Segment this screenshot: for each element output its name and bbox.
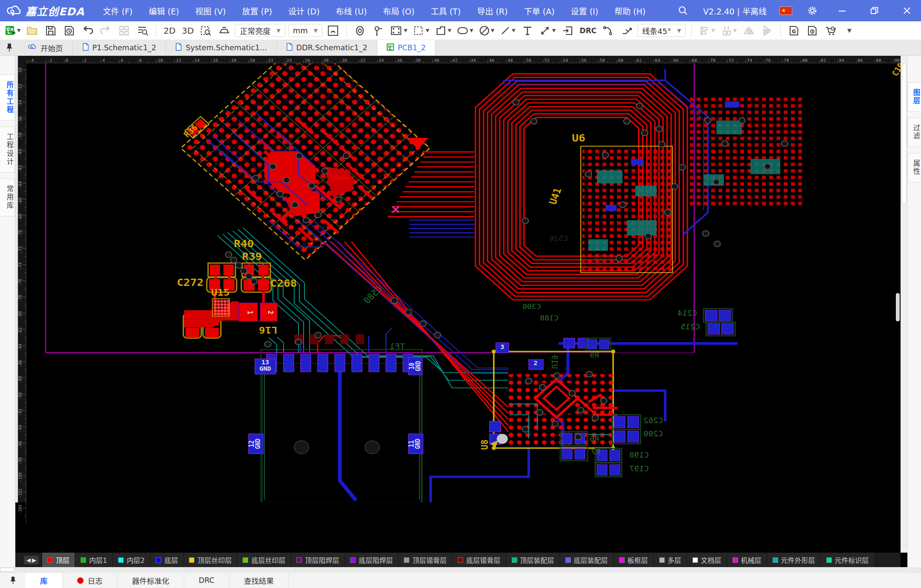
keepout-tool[interactable]: ▼ (478, 23, 495, 38)
left-tab-工程设计[interactable]: 工程设计 (0, 127, 15, 173)
select-rect-tool[interactable]: ▼ (411, 23, 430, 38)
bom-export-button[interactable] (805, 23, 820, 38)
search-icon[interactable] (676, 3, 690, 18)
layer-tab-顶层阻焊层[interactable]: 顶层阻焊层 (291, 553, 344, 567)
menu-1[interactable]: 编辑 (E) (142, 2, 186, 20)
route-tool[interactable] (601, 23, 616, 38)
settings-gear-icon[interactable] (805, 3, 820, 18)
doc-tab-开始页[interactable]: 开始页 (19, 40, 73, 55)
measure-preview-button[interactable] (325, 23, 341, 38)
bottom-tab-DRC[interactable]: DRC (184, 573, 229, 588)
horizontal-scrollbar[interactable] (0, 567, 921, 572)
layer-tab-顶层锡膏层[interactable]: 顶层锡膏层 (399, 553, 452, 567)
gerber-export-button[interactable]: G (786, 23, 802, 38)
menu-11[interactable]: 帮助 (H) (607, 2, 653, 20)
layer-tab-顶层[interactable]: 顶层 (42, 553, 75, 567)
layer-tab-顶层装配层[interactable]: 顶层装配层 (507, 553, 559, 567)
doc-tab-DDR.Schematic1_2[interactable]: DDR.Schematic1_2 (277, 40, 377, 55)
layer-tab-底层丝印层[interactable]: 底层丝印层 (237, 553, 290, 567)
app-logo[interactable]: 嘉立创EDA (0, 3, 96, 18)
open-folder-button[interactable] (25, 23, 40, 38)
undo-button[interactable] (80, 23, 95, 38)
menu-0[interactable]: 文件 (F) (96, 2, 140, 20)
menu-10[interactable]: 设置 (I) (564, 2, 605, 20)
doc-tab-System.Schematic1...[interactable]: System.Schematic1... (166, 40, 276, 55)
layer-tab-多层[interactable]: 多层 (654, 553, 686, 567)
restore-button[interactable] (865, 2, 884, 19)
layer-tab-机械层[interactable]: 机械层 (727, 553, 767, 567)
left-tab-常用库[interactable]: 常用库 (0, 179, 15, 216)
oval-tool[interactable]: ▼ (455, 23, 474, 38)
text-tool[interactable] (520, 23, 535, 38)
layer-tab-内层2[interactable]: 内层2 (113, 553, 150, 567)
bottom-panel-pin-icon[interactable] (0, 573, 26, 588)
flip-vertical-button[interactable] (759, 23, 775, 38)
panel-pin-icon[interactable] (0, 40, 19, 55)
language-flag-icon[interactable]: ★ (779, 6, 792, 15)
vscroll-thumb[interactable] (902, 63, 907, 204)
drc-button[interactable]: DRC (578, 23, 598, 38)
vertical-scrollbar[interactable] (901, 56, 907, 553)
doc-tab-P1.Schematic1_2[interactable]: P1.Schematic1_2 (73, 40, 166, 55)
layer-nav[interactable]: ◀▶ (24, 556, 39, 565)
menu-2[interactable]: 视图 (V) (188, 2, 233, 20)
via-tool[interactable] (352, 23, 368, 38)
pcb-canvas[interactable]: -4-2024681012141618202224262830323436384… (15, 56, 901, 553)
doc-tab-PCB1_2[interactable]: PCB1_2 (377, 40, 436, 55)
bottom-tab-日志[interactable]: 日志 (63, 573, 118, 588)
menu-5[interactable]: 布线 (U) (329, 2, 374, 20)
right-tab-图层[interactable]: 图层 (908, 82, 921, 112)
panel-collapse-handle[interactable] (896, 293, 900, 321)
footprint-tool[interactable]: ▼ (389, 23, 408, 38)
find-similar-button[interactable] (135, 23, 150, 38)
distribute-button[interactable]: ▼ (719, 23, 738, 38)
menu-3[interactable]: 放置 (P) (235, 2, 279, 20)
align-button[interactable]: ▼ (697, 23, 716, 38)
flip-horizontal-button[interactable] (741, 23, 756, 38)
polygon-tool[interactable]: ▼ (434, 23, 452, 38)
layer-tab-底层[interactable]: 底层 (151, 553, 183, 567)
new-project-button[interactable]: ▼ (3, 23, 22, 38)
right-tab-属性[interactable]: 属性 (908, 153, 921, 182)
unit-select[interactable]: mm▼ (288, 24, 322, 37)
redo-button[interactable] (98, 23, 113, 38)
save-button[interactable] (43, 23, 58, 38)
dimension-tool[interactable]: ▼ (538, 23, 557, 38)
minimize-button[interactable] (832, 2, 852, 19)
save-all-button[interactable] (61, 23, 77, 38)
menu-6[interactable]: 布局 (O) (376, 2, 422, 20)
import-changes-button[interactable] (560, 23, 575, 38)
hscroll-thumb[interactable] (0, 568, 14, 572)
layer-tab-板框层[interactable]: 板框层 (614, 553, 653, 567)
pcb-editor-svg[interactable]: -4-2024681012141618202224262830323436384… (15, 56, 901, 553)
diff-pair-route-tool[interactable] (619, 23, 634, 38)
layer-tab-底层锡膏层[interactable]: 底层锡膏层 (452, 553, 505, 567)
order-cart-button[interactable] (823, 23, 838, 38)
close-button[interactable] (897, 2, 917, 19)
brightness-select[interactable]: 正常亮度▼ (235, 24, 285, 37)
toolbar-more-button[interactable]: ▼ (841, 23, 857, 38)
view-3d-button[interactable]: 3D (180, 23, 195, 38)
zoom-region-button[interactable] (198, 23, 214, 38)
layer-tab-底层阻焊层[interactable]: 底层阻焊层 (345, 553, 398, 567)
pin-tool[interactable] (371, 23, 386, 38)
menu-9[interactable]: 下单 (A) (517, 2, 562, 20)
left-tab-所有工程[interactable]: 所有工程 (0, 75, 15, 121)
bottom-tab-查找结果[interactable]: 查找结果 (229, 573, 289, 588)
right-tab-过滤[interactable]: 过滤 (908, 118, 921, 147)
board-plan-button[interactable] (116, 23, 132, 38)
layer-tab-底层装配层[interactable]: 底层装配层 (560, 553, 613, 567)
view-2d-button[interactable]: 2D (162, 23, 177, 38)
bottom-tab-器件标准化[interactable]: 器件标准化 (118, 573, 185, 588)
menu-7[interactable]: 工具 (T) (423, 2, 468, 20)
layer-tab-元件标识层[interactable]: 元件标识层 (821, 553, 874, 567)
line-tool[interactable]: ▼ (498, 23, 516, 38)
layer-tab-内层1[interactable]: 内层1 (75, 553, 112, 567)
bottom-tab-库[interactable]: 库 (26, 573, 63, 588)
layer-tab-顶层丝印层[interactable]: 顶层丝印层 (184, 553, 237, 567)
dim-canvas-button[interactable] (217, 23, 232, 38)
track-angle-select[interactable]: 线条45°▼ (637, 24, 686, 37)
menu-4[interactable]: 设计 (D) (281, 2, 327, 20)
menu-8[interactable]: 导出 (R) (470, 2, 515, 20)
layer-tab-元件外形层[interactable]: 元件外形层 (768, 553, 820, 567)
